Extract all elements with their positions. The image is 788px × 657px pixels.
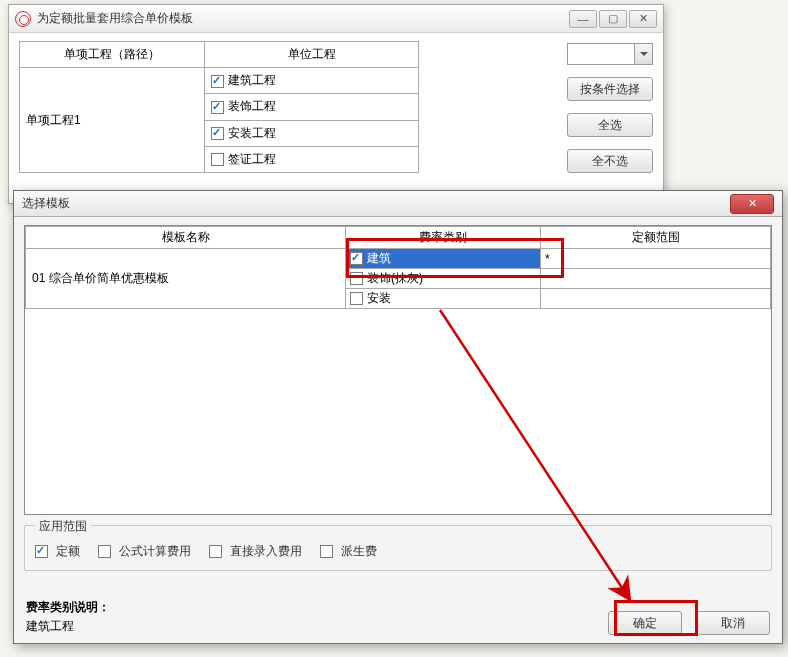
unit-row[interactable]: 安装工程 xyxy=(205,120,419,146)
unit-row[interactable]: 签证工程 xyxy=(205,146,419,172)
dialog-titlebar: 选择模板 ✕ xyxy=(14,191,782,217)
cancel-button[interactable]: 取消 xyxy=(696,611,770,635)
project-name-cell: 单项工程1 xyxy=(20,68,205,173)
rate-type-row[interactable]: 安装 xyxy=(346,289,541,309)
app-icon xyxy=(15,11,31,27)
checkbox-icon[interactable] xyxy=(350,292,363,305)
unit-row[interactable]: 建筑工程 xyxy=(205,68,419,94)
filter-select-button[interactable]: 按条件选择 xyxy=(567,77,653,101)
rate-description: 费率类别说明： 建筑工程 xyxy=(26,599,608,635)
rate-desc-text: 建筑工程 xyxy=(26,618,608,635)
checkbox-icon[interactable] xyxy=(211,101,224,114)
select-all-button[interactable]: 全选 xyxy=(567,113,653,137)
quota-range-cell[interactable]: * xyxy=(541,249,771,269)
select-none-button[interactable]: 全不选 xyxy=(567,149,653,173)
highlight-box xyxy=(614,600,698,636)
col-template-name: 模板名称 xyxy=(26,227,346,249)
rate-type-label: 安装 xyxy=(367,291,391,305)
unit-label: 装饰工程 xyxy=(228,99,276,113)
filter-combo[interactable] xyxy=(567,43,653,65)
col-unit-project: 单位工程 xyxy=(205,42,419,68)
scope-option[interactable]: 公式计算费用 xyxy=(98,543,191,560)
titlebar: 为定额批量套用综合单价模板 — ▢ ✕ xyxy=(9,5,663,33)
dialog-title: 选择模板 xyxy=(22,195,728,212)
scope-option[interactable]: 定额 xyxy=(35,543,80,560)
quota-range-cell[interactable] xyxy=(541,269,771,289)
checkbox-icon[interactable] xyxy=(211,75,224,88)
batch-template-window: 为定额批量套用综合单价模板 — ▢ ✕ 单项工程（路径） 单位工程 单项工程1 … xyxy=(8,4,664,204)
unit-label: 建筑工程 xyxy=(228,73,276,87)
col-project-path: 单项工程（路径） xyxy=(20,42,205,68)
project-units-table: 单项工程（路径） 单位工程 单项工程1 建筑工程 装饰工程 安装工程 签证工程 xyxy=(19,41,419,173)
checkbox-icon[interactable] xyxy=(211,153,224,166)
checkbox-icon[interactable] xyxy=(320,545,333,558)
checkbox-icon[interactable] xyxy=(98,545,111,558)
dialog-close-button[interactable]: ✕ xyxy=(730,194,774,214)
window-title: 为定额批量套用综合单价模板 xyxy=(37,10,567,27)
checkbox-icon[interactable] xyxy=(35,545,48,558)
unit-label: 安装工程 xyxy=(228,126,276,140)
col-quota-range: 定额范围 xyxy=(541,227,771,249)
unit-row[interactable]: 装饰工程 xyxy=(205,94,419,120)
chevron-down-icon xyxy=(634,44,652,64)
scope-option[interactable]: 派生费 xyxy=(320,543,377,560)
close-button[interactable]: ✕ xyxy=(629,10,657,28)
maximize-button[interactable]: ▢ xyxy=(599,10,627,28)
highlight-box xyxy=(346,238,564,278)
quota-range-cell[interactable] xyxy=(541,289,771,309)
scope-legend: 应用范围 xyxy=(35,518,91,535)
rate-desc-head: 费率类别说明： xyxy=(26,599,608,616)
scope-option[interactable]: 直接录入费用 xyxy=(209,543,302,560)
checkbox-icon[interactable] xyxy=(209,545,222,558)
unit-label: 签证工程 xyxy=(228,152,276,166)
minimize-button[interactable]: — xyxy=(569,10,597,28)
template-name-cell[interactable]: 01 综合单价简单优惠模板 xyxy=(26,249,346,309)
checkbox-icon[interactable] xyxy=(211,127,224,140)
scope-group: 应用范围 定额 公式计算费用 直接录入费用 派生费 xyxy=(24,525,772,571)
